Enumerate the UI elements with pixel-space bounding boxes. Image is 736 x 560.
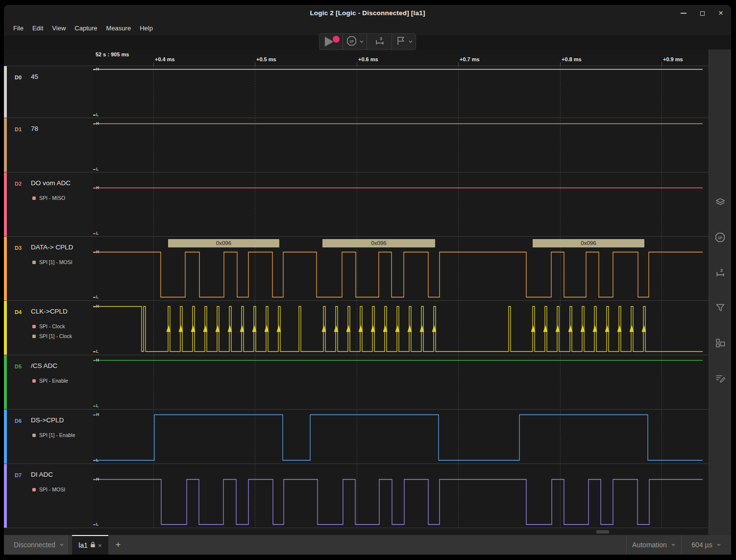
sidebar-blocks-icon[interactable] (713, 336, 727, 350)
add-tab-button[interactable]: + (108, 535, 128, 555)
timing-marker-button[interactable] (392, 34, 416, 49)
analyzer-list: SPI - MOSI (32, 485, 65, 494)
level-dash (93, 188, 96, 189)
analyzer-item[interactable]: SPI - MOSI (32, 485, 65, 494)
titlebar[interactable]: Logic 2 [Logic - Disconnected] [la1] × (4, 5, 731, 22)
automation-button[interactable]: Automation (626, 535, 681, 555)
analyzer-label: SPI [1] - MOSI (39, 259, 73, 265)
analyzer-list: SPI [1] - MOSI (32, 257, 73, 267)
analyzer-item[interactable]: SPI - Clock (32, 321, 72, 331)
measurement-button[interactable]: 3 (367, 34, 392, 49)
menu-measure[interactable]: Measure (102, 22, 136, 35)
scrollbar-track (4, 528, 709, 535)
tab-la1[interactable]: la1 × (72, 535, 108, 555)
level-dash (93, 115, 96, 116)
sidebar-layers-icon[interactable] (713, 195, 727, 209)
channel-row-D6: D6DS->CPLDSPI [1] - EnableHL (4, 410, 709, 464)
menu-help[interactable]: Help (135, 22, 157, 35)
main-content: 1F 3 52 s : 905 ms +0.4 ms+0.5 ms+0.6 ms… (4, 35, 731, 535)
channel-row-D1: D178HL (4, 118, 709, 172)
ruler-tick-mark (357, 62, 357, 66)
analyzer-item[interactable]: SPI - Enable (32, 376, 68, 386)
level-low-label: L (96, 294, 98, 299)
channel-name: DO vom ADC (31, 179, 71, 187)
channel-label-D3[interactable]: D3DATA-> CPLDSPI [1] - MOSI (4, 237, 93, 300)
analyzer-item[interactable]: SPI [1] - Enable (32, 430, 75, 440)
waveform-D2[interactable]: HL (93, 172, 709, 236)
channel-name: 45 (31, 73, 38, 80)
analyzer-bullet-icon (32, 379, 36, 383)
waveform-D7[interactable]: HL (93, 464, 709, 528)
ruler-tick-label: +0.4 ms (155, 56, 175, 62)
level-high-label: H (96, 412, 99, 417)
sidebar-notes-icon[interactable] (713, 371, 727, 385)
channel-name: DATA-> CPLD (31, 243, 73, 251)
channel-id: D0 (15, 74, 22, 80)
waveform-D5[interactable]: HL (93, 355, 709, 409)
channel-label-D4[interactable]: D4CLK->CPLDSPI - ClockSPI [1] - Clock (4, 301, 93, 355)
channel-row-D2: D2DO vom ADCSPI - MISOHL (4, 172, 709, 237)
record-button[interactable] (319, 34, 343, 49)
waveform-D4[interactable]: HL (93, 301, 709, 355)
level-dash (93, 169, 96, 170)
menu-edit[interactable]: Edit (28, 22, 48, 35)
maximize-button[interactable] (699, 10, 706, 17)
analyzer-list: SPI [1] - Enable (32, 430, 75, 440)
window-controls: × (680, 5, 724, 22)
sidebar-hex-1f-icon[interactable]: 1F (713, 230, 727, 244)
analyzer-item[interactable]: SPI [1] - MOSI (32, 257, 73, 267)
channel-color-stripe (4, 118, 7, 172)
analyzer-item[interactable]: SPI [1] - Clock (32, 331, 72, 341)
time-ruler[interactable]: 52 s : 905 ms +0.4 ms+0.5 ms+0.6 ms+0.7 … (4, 49, 709, 66)
channel-name: DI ADC (31, 471, 53, 478)
channel-color-stripe (4, 410, 7, 463)
channel-label-D0[interactable]: D045 (4, 66, 93, 118)
sidebar-filter-icon[interactable] (713, 301, 727, 315)
sidebar-ruler-3-icon[interactable]: 3 (713, 266, 727, 279)
level-dash (93, 360, 96, 361)
waveform-D0[interactable]: HL (93, 66, 709, 118)
level-dash (93, 233, 96, 234)
spi-data-annotation: 0x096 (533, 239, 644, 247)
menu-file[interactable]: File (9, 22, 28, 35)
svg-text:1F: 1F (718, 235, 722, 240)
horizontal-scrollbar[interactable] (596, 530, 609, 534)
ruler-tick-mark (153, 62, 154, 66)
channel-row-D0: D045HL (4, 66, 709, 118)
close-button[interactable]: × (717, 10, 724, 17)
lock-icon (90, 541, 96, 549)
main-toolbar: 1F 3 (319, 33, 416, 50)
maximize-icon (700, 11, 705, 16)
channel-color-stripe (4, 301, 7, 355)
analyzer-label: SPI - MOSI (39, 487, 65, 492)
waveform-D3[interactable]: HL0x0960x0960x096 (93, 237, 709, 300)
tab-close-icon[interactable]: × (98, 542, 102, 549)
svg-text:3: 3 (379, 36, 382, 41)
analyzer-label: SPI - MISO (39, 195, 65, 201)
svg-text:3: 3 (720, 268, 723, 273)
device-select[interactable]: Disconnected (4, 535, 68, 555)
level-low-label: L (96, 458, 98, 463)
channel-label-D5[interactable]: D5/CS ADCSPI - Enable (4, 355, 93, 409)
level-low-label: L (96, 231, 98, 236)
level-dash (93, 414, 96, 415)
automation-label: Automation (632, 541, 667, 549)
ruler-tick-mark (255, 62, 255, 66)
capture-duration-select[interactable]: 604 µs (681, 535, 731, 555)
channel-label-D6[interactable]: D6DS->CPLDSPI [1] - Enable (4, 410, 93, 463)
radix-display-button[interactable]: 1F (343, 34, 367, 49)
channel-label-D1[interactable]: D178 (4, 118, 93, 172)
chevron-down-icon (59, 541, 64, 549)
channel-label-D7[interactable]: D7DI ADCSPI - MOSI (4, 464, 93, 528)
hex-display-icon: 1F (345, 35, 358, 49)
ruler-tick-label: +0.7 ms (460, 56, 480, 62)
channel-label-D2[interactable]: D2DO vom ADCSPI - MISO (4, 172, 93, 236)
waveform-D1[interactable]: HL (93, 118, 709, 172)
minimize-button[interactable] (680, 10, 687, 17)
analyzer-item[interactable]: SPI - MISO (32, 193, 65, 203)
menu-view[interactable]: View (48, 22, 70, 35)
menu-capture[interactable]: Capture (70, 22, 101, 35)
waveform-D6[interactable]: HL (93, 410, 709, 463)
bottombar-spacer (128, 535, 626, 555)
analyzer-list: SPI - ClockSPI [1] - Clock (32, 321, 72, 341)
